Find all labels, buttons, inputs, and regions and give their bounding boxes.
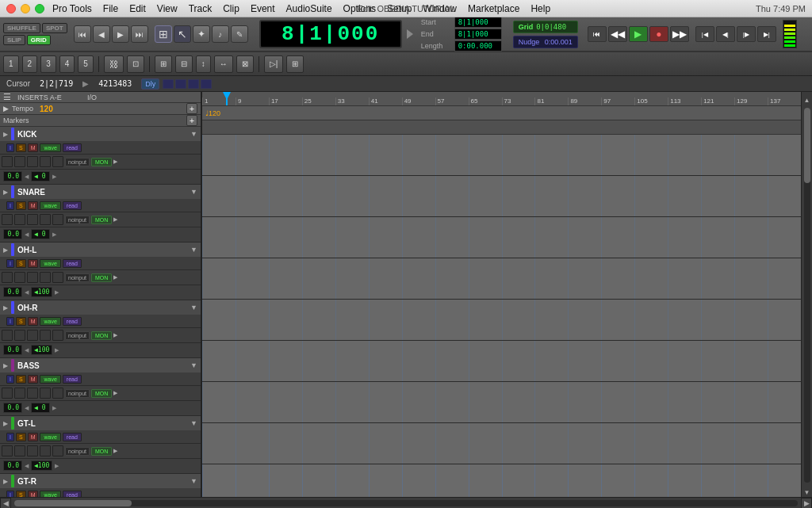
menu-item-audiosuite[interactable]: AudioSuite [286,3,332,14]
mute-btn-oh-l[interactable]: M [28,259,39,268]
trim-btn2[interactable]: ↔ [214,55,233,73]
menu-item-clip[interactable]: Clip [223,3,239,14]
scroll-down-button[interactable]: ▼ [802,487,812,497]
wave-btn-oh-r[interactable]: wave [40,317,60,326]
insert-slot-snare-2[interactable] [27,214,38,225]
mute-btn-bass[interactable]: M [28,375,39,384]
solo-btn-bass[interactable]: S [16,375,26,384]
insert-slot-gt-l-0[interactable] [2,445,13,456]
vertical-scroll-thumb[interactable] [804,108,810,183]
trim-tool[interactable]: ✦ [193,25,210,43]
input-btn-kick[interactable]: I [6,143,14,152]
back-button[interactable]: ◀ [93,25,110,43]
track-name-oh-l[interactable]: OH-L [17,246,187,254]
wave-btn-bass[interactable]: wave [40,375,60,384]
input-btn-gt-l[interactable]: I [6,433,14,441]
insert-slot-snare-1[interactable] [14,214,25,225]
read-btn-snare[interactable]: read [63,201,82,210]
io-arrow-oh-r[interactable]: ▶ [113,332,117,338]
track-menu-gt-l[interactable]: ▼ [190,419,197,427]
skip-back[interactable]: |◀ [695,26,714,42]
align-btn[interactable]: ⊠ [236,55,254,73]
pan-inc-oh-l[interactable]: ▶ [55,289,59,296]
close-button[interactable] [6,4,16,13]
pan-inc-oh-r[interactable]: ▶ [55,347,59,353]
vol-display-oh-l[interactable]: 0.0 [3,287,22,297]
vol-display-bass[interactable]: 0.0 [3,403,22,413]
menu-item-track[interactable]: Track [189,3,213,14]
mute-btn-gt-r[interactable]: M [28,491,39,498]
read-btn-kick[interactable]: read [63,143,82,152]
insert-slot-kick-1[interactable] [14,156,25,167]
add-tempo-button[interactable]: + [186,103,197,114]
group-btn[interactable]: ⊞ [155,55,172,73]
slip-button[interactable]: SLIP [3,35,25,45]
shuffle-button[interactable]: SHUFFLE [3,23,40,33]
insert-slot-kick-2[interactable] [27,156,38,167]
skip-btn[interactable]: ▷| [264,55,284,73]
input-btn-oh-r[interactable]: I [6,317,14,326]
track-expand-oh-l[interactable]: ▶ [3,246,8,254]
fast-forward-button[interactable]: ⏭ [131,25,148,43]
io-arrow-oh-l[interactable]: ▶ [113,274,117,281]
insert-slot-bass-2[interactable] [27,388,38,399]
vol-display-oh-r[interactable]: 0.0 [3,345,22,355]
pan-display-oh-l[interactable]: ◀100 [31,287,52,297]
insert-slot-oh-r-3[interactable] [40,330,51,341]
insert-slot-snare-0[interactable] [2,214,13,225]
vol-dec-oh-l[interactable]: ◀ [25,289,29,296]
ungroup-btn[interactable]: ⊟ [175,55,193,73]
track-name-bass[interactable]: BASS [17,361,187,370]
pan-inc-bass[interactable]: ▶ [52,405,56,411]
noinput-btn-oh-l[interactable]: noinput [65,273,90,282]
solo-btn-snare[interactable]: S [16,201,26,210]
mon-btn-oh-r[interactable]: MON [91,331,112,340]
insert-slot-snare-3[interactable] [40,214,51,225]
rewind-button[interactable]: ⏮ [74,25,91,43]
expand-btn[interactable]: ⊡ [127,55,144,73]
play-button[interactable]: ▶ [629,26,648,42]
io-arrow-bass[interactable]: ▶ [113,390,117,396]
track-menu-snare[interactable]: ▼ [190,188,197,196]
insert-slot-gt-l-2[interactable] [27,445,38,456]
scroll-up-button[interactable]: ▲ [802,95,812,105]
add-marker-button[interactable]: + [186,115,197,126]
solo-btn-oh-r[interactable]: S [16,317,26,326]
pan-display-gt-l[interactable]: ◀100 [31,460,52,471]
read-btn-oh-r[interactable]: read [63,317,82,326]
vol-dec-bass[interactable]: ◀ [25,405,29,411]
input-btn-snare[interactable]: I [6,201,14,210]
insert-slot-bass-0[interactable] [2,388,13,399]
io-arrow-gt-l[interactable]: ▶ [113,448,117,454]
track-expand-oh-r[interactable]: ▶ [3,304,8,311]
wave-btn-gt-l[interactable]: wave [40,433,60,441]
skip-fwd2[interactable]: ▶| [757,26,776,42]
insert-slot-oh-r-0[interactable] [2,330,13,341]
counter-arrow[interactable] [407,29,413,39]
track-menu-oh-l[interactable]: ▼ [190,246,197,254]
vol-display-snare[interactable]: 0.0 [3,229,22,239]
input-btn-bass[interactable]: I [6,375,14,384]
num-btn-5[interactable]: 5 [78,55,94,73]
pan-inc-snare[interactable]: ▶ [52,231,56,238]
pan-display-oh-r[interactable]: ◀100 [31,345,52,355]
horizontal-scroll-thumb[interactable] [14,500,132,506]
zoom-tool[interactable]: ⊞ [155,25,172,43]
track-name-gt-r[interactable]: GT-R [17,477,187,486]
wave-btn-snare[interactable]: wave [40,201,60,210]
track-expand-gt-r[interactable]: ▶ [3,478,8,485]
read-btn-gt-l[interactable]: read [63,433,82,441]
record-button[interactable]: ● [649,26,668,42]
minimize-button[interactable] [21,4,30,13]
solo-btn-kick[interactable]: S [16,143,26,152]
pan-display-bass[interactable]: ◀ 0 [31,403,50,413]
grabber-tool[interactable]: ♪ [212,25,229,43]
insert-slot-gt-l-1[interactable] [14,445,25,456]
insert-slot-oh-l-4[interactable] [52,272,63,283]
insert-slot-bass-4[interactable] [52,388,63,399]
solo-btn-gt-r[interactable]: S [16,491,26,498]
track-name-kick[interactable]: KICK [17,130,187,139]
menu-item-file[interactable]: File [103,3,118,14]
split-btn[interactable]: ↕ [196,55,211,73]
solo-btn-gt-l[interactable]: S [16,433,26,441]
